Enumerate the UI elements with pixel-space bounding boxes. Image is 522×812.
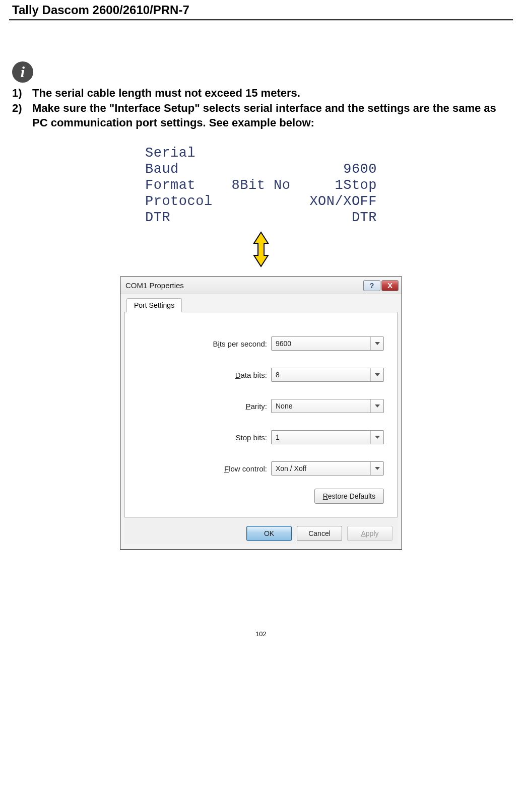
printout-row: Baud 9600 (145, 162, 377, 178)
combobox-value: 9600 (276, 340, 291, 348)
printout-row: Protocol XON/XOFF (145, 194, 377, 210)
chevron-down-icon (370, 462, 383, 475)
list-item: 2) Make sure the "Interface Setup" selec… (12, 101, 510, 130)
chevron-down-icon (370, 337, 383, 350)
double-arrow-icon (9, 231, 513, 269)
bits-per-second-label: Bits per second: (213, 340, 267, 348)
printout-label: Baud (145, 162, 226, 178)
printout-mid (226, 194, 296, 210)
tab-port-settings[interactable]: Port Settings (126, 298, 182, 312)
list-text: Make sure the "Interface Setup" selects … (32, 101, 510, 130)
parity-combobox[interactable]: None (271, 399, 384, 413)
help-button[interactable]: ? (363, 280, 380, 291)
svg-marker-2 (375, 373, 380, 376)
printout-row: Serial (145, 146, 377, 162)
svg-marker-5 (375, 467, 380, 470)
printout-value: 1Stop (296, 178, 377, 194)
svg-marker-0 (254, 232, 268, 266)
list-number: 2) (12, 101, 32, 130)
printout-label: DTR (145, 210, 226, 226)
printout-mid: 8Bit No (226, 178, 296, 194)
printout-mid (226, 162, 296, 178)
svg-marker-1 (375, 342, 380, 345)
com1-properties-dialog: COM1 Properties ? X Port Settings Bits p… (120, 277, 402, 550)
close-button[interactable]: X (381, 280, 399, 291)
bits-per-second-combobox[interactable]: 9600 (271, 336, 384, 351)
printout-row: Format 8Bit No 1Stop (145, 178, 377, 194)
combobox-value: Xon / Xoff (276, 464, 306, 472)
combobox-value: 8 (276, 371, 280, 379)
cancel-button[interactable]: Cancel (297, 526, 342, 541)
dialog-title: COM1 Properties (125, 281, 184, 290)
form-row-parity: Parity: None (138, 399, 384, 413)
notes-list: 1) The serial cable length must not exce… (9, 86, 513, 130)
printout-value: 9600 (296, 162, 377, 178)
port-settings-panel: Bits per second: 9600 Data bits: (124, 312, 398, 517)
parity-label: Parity: (245, 402, 267, 411)
printout-label: Format (145, 178, 226, 194)
chevron-down-icon (370, 431, 383, 444)
info-icon: i (12, 61, 33, 83)
printout-label: Protocol (145, 194, 226, 210)
printout-value: XON/XOFF (296, 194, 377, 210)
combobox-value: None (276, 402, 292, 410)
stop-bits-combobox[interactable]: 1 (271, 430, 384, 444)
page-number: 102 (9, 630, 513, 648)
printout-label: Serial (145, 146, 226, 162)
printout-value (296, 146, 377, 162)
dialog-footer: OK Cancel Apply (124, 517, 398, 544)
form-row-stop-bits: Stop bits: 1 (138, 430, 384, 444)
header-rule (9, 19, 513, 21)
data-bits-combobox[interactable]: 8 (271, 368, 384, 382)
combobox-value: 1 (276, 433, 280, 441)
document-header: Tally Dascom 2600/2610/PRN-7 (9, 0, 513, 19)
form-row-flow-control: Flow control: Xon / Xoff (138, 461, 384, 476)
list-number: 1) (12, 86, 32, 101)
form-row-data-bits: Data bits: 8 (138, 368, 384, 382)
svg-marker-3 (375, 404, 380, 408)
printout-mid (226, 210, 296, 226)
dialog-body: Port Settings Bits per second: 9600 (120, 294, 402, 549)
apply-button[interactable]: Apply (347, 526, 393, 541)
stop-bits-label: Stop bits: (235, 433, 267, 442)
flow-control-label: Flow control: (224, 464, 267, 473)
ok-button[interactable]: OK (246, 526, 292, 541)
flow-control-combobox[interactable]: Xon / Xoff (271, 461, 384, 476)
restore-defaults-button[interactable]: Restore Defaults (314, 489, 384, 504)
svg-marker-4 (375, 436, 380, 439)
data-bits-label: Data bits: (235, 371, 267, 379)
printout-mid (226, 146, 296, 162)
chevron-down-icon (370, 399, 383, 413)
printer-settings-printout: Serial Baud 9600 Format 8Bit No 1Stop Pr… (145, 146, 377, 226)
printout-row: DTR DTR (145, 210, 377, 226)
list-item: 1) The serial cable length must not exce… (12, 86, 510, 101)
dialog-titlebar[interactable]: COM1 Properties ? X (120, 277, 402, 294)
printout-value: DTR (296, 210, 377, 226)
list-text: The serial cable length must not exceed … (32, 86, 510, 101)
chevron-down-icon (370, 368, 383, 381)
form-row-bits-per-second: Bits per second: 9600 (138, 336, 384, 351)
